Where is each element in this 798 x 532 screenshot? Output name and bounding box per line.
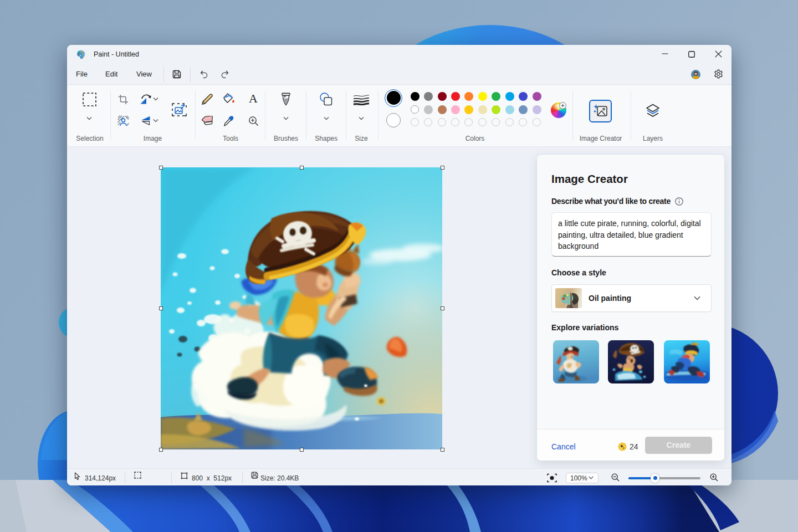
svg-text:A: A: [249, 93, 258, 104]
